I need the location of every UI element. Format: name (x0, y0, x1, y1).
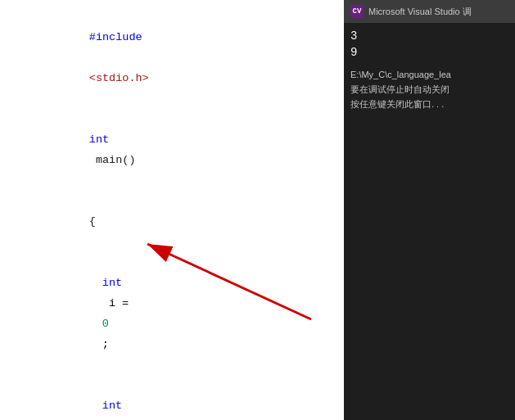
line-code-5: int sum = 0 ; //保存最终结果 (33, 375, 344, 420)
terminal-path: E:\My_C\c_language_lea 要在调试停止时自动关闭 按任意键关… (350, 67, 508, 111)
terminal-output-1: 3 (350, 28, 508, 44)
terminal-panel: CV Microsoft Visual Studio 调 3 9 E:\My_C… (344, 0, 515, 420)
code-editor: #include <stdio.h> int main() { int (0, 0, 344, 420)
line-code-4: int i = 0 ; (33, 252, 344, 375)
terminal-body: 3 9 E:\My_C\c_language_lea 要在调试停止时自动关闭 按… (344, 23, 515, 420)
code-line-2: int main() (0, 109, 344, 191)
code-line-4: int i = 0 ; (0, 252, 344, 375)
line-code-1: #include <stdio.h> (33, 7, 344, 109)
terminal-title: Microsoft Visual Studio 调 (368, 6, 472, 18)
code-content: #include <stdio.h> int main() { int (0, 0, 344, 420)
terminal-output-2: 9 (350, 44, 508, 61)
line-code-3: { (33, 191, 344, 252)
code-line-1: #include <stdio.h> (0, 7, 344, 109)
vs-icon: CV (350, 5, 364, 18)
code-line-3: { (0, 191, 344, 252)
line-code-2: int main() (33, 109, 344, 191)
code-line-5: int sum = 0 ; //保存最终结果 (0, 375, 344, 420)
terminal-titlebar: CV Microsoft Visual Studio 调 (344, 0, 515, 23)
